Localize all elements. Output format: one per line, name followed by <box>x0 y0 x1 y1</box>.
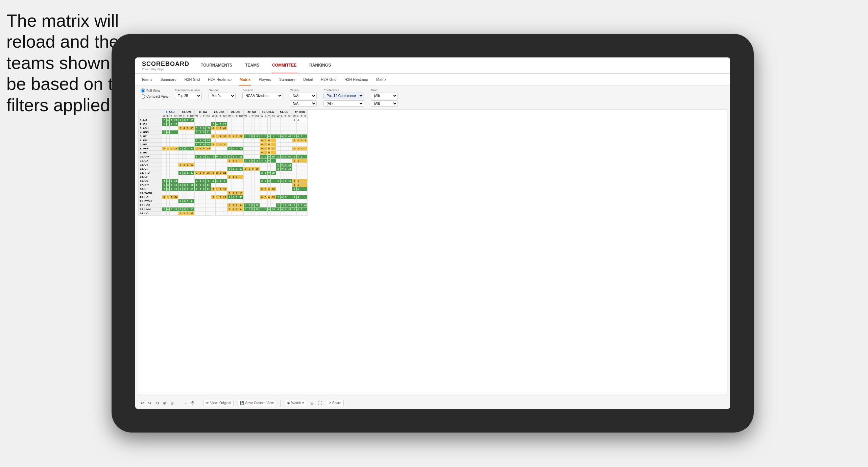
matrix-cell: 0 <box>227 203 232 207</box>
matrix-cell: 0 <box>235 159 238 163</box>
content-area: Full View Compact View Max teams in view… <box>135 86 730 397</box>
matrix-cell: 35 <box>222 134 227 139</box>
zoom-out-icon[interactable]: ⊖ <box>170 401 174 405</box>
matrix-cell <box>248 122 251 126</box>
matrix-cell <box>251 126 255 130</box>
subnav-teams[interactable]: Teams <box>141 74 153 85</box>
matrix-cell: 10 <box>189 118 195 122</box>
matrix-cell <box>183 155 186 159</box>
matrix-cell <box>303 147 308 151</box>
matrix-container[interactable]: 3. ASU 10. UW 11. UA 22. UCB 24. UO 27. … <box>138 109 727 394</box>
matrix-cell <box>238 130 244 134</box>
matrix-cell: 0 <box>166 130 170 134</box>
matrix-cell: 1 <box>292 118 297 122</box>
matrix-cell <box>215 207 219 212</box>
conference-select2[interactable]: (All) <box>323 100 364 107</box>
fullscreen-icon[interactable]: ⛶ <box>318 401 322 405</box>
subnav-h2h-heatmap2[interactable]: H2H Heatmap <box>344 74 369 85</box>
matrix-cell: 0 <box>211 195 216 199</box>
tablet: SCOREBOARD Powered by clippd TOURNAMENTS… <box>112 34 754 433</box>
matrix-cell: 4 <box>227 155 232 159</box>
table-row: 18. U200111001010011010110101310 <box>139 187 308 191</box>
matrix-cell <box>227 151 232 155</box>
matrix-cell <box>199 134 202 139</box>
matrix-cell <box>162 175 167 179</box>
zoom-minus-icon[interactable]: − <box>184 401 187 405</box>
zoom-plus-icon[interactable]: + <box>178 401 180 405</box>
matrix-cell: 0 <box>211 187 216 191</box>
matrix-cell <box>166 126 170 130</box>
gender-select[interactable]: Men's Women's <box>209 93 236 99</box>
nav-item-rankings[interactable]: RANKINGS <box>308 57 332 73</box>
nav-item-teams[interactable]: TEAMS <box>244 57 261 73</box>
grid-icon[interactable]: ⊞ <box>310 401 314 405</box>
matrix-cell: 2 <box>183 147 186 151</box>
view-original-button[interactable]: 👁 View: Original <box>203 400 234 406</box>
matrix-cell <box>235 139 238 143</box>
matrix-cell: 0 <box>284 134 287 139</box>
matrix-cell <box>202 118 206 122</box>
matrix-cell <box>186 130 189 134</box>
subnav-detail[interactable]: Detail <box>303 74 313 85</box>
region-select[interactable]: N/A East West <box>290 93 317 99</box>
matrix-cell: 30 <box>222 155 227 159</box>
matrix-cell <box>276 175 281 179</box>
matrix-cell: 2 <box>276 167 281 171</box>
matrix-cell: 1 <box>162 130 167 134</box>
matrix-cell: 1 <box>232 175 235 179</box>
matrix-cell <box>189 175 195 179</box>
conference-select[interactable]: Pac-12 Conference (All) Big Ten <box>323 93 364 99</box>
team-select2[interactable]: (All) <box>371 100 398 107</box>
matrix-cell <box>287 147 292 151</box>
matrix-cell <box>211 118 216 122</box>
matrix-cell: 13 <box>271 187 276 191</box>
division-select[interactable]: NCAA Division I NCAA Division II NCAA Di… <box>242 93 283 99</box>
matrix-cell <box>232 183 235 187</box>
nav-item-committee[interactable]: COMMITTEE <box>271 57 298 73</box>
subnav-h2h-heatmap1[interactable]: H2H Heatmap <box>207 74 232 85</box>
matrix-cell: 2 <box>183 212 186 216</box>
subnav-players[interactable]: Players <box>258 74 272 85</box>
max-teams-select[interactable]: Top 25 Top 10 All <box>175 93 202 99</box>
matrix-cell <box>276 126 281 130</box>
subnav-h2h-grid2[interactable]: H2H Grid <box>320 74 337 85</box>
subnav-matrix1[interactable]: Matrix <box>239 74 251 85</box>
matrix-cell <box>271 139 276 143</box>
table-row: 6. FSU140250100102 <box>139 139 308 143</box>
redo-icon[interactable]: ↪ <box>148 401 151 405</box>
subnav-summary1[interactable]: Summary <box>160 74 177 85</box>
matrix-cell: 0 <box>244 167 248 171</box>
subnav-matrix2[interactable]: Matrix <box>376 74 387 85</box>
matrix-cell: 1 <box>195 183 199 187</box>
matrix-cell: 0 <box>238 203 244 207</box>
matrix-cell <box>264 191 267 195</box>
nav-item-tournaments[interactable]: TOURNAMENTS <box>199 57 234 73</box>
matrix-cell: 0 <box>222 143 227 147</box>
compact-view-radio[interactable]: Compact View <box>141 94 168 99</box>
matrix-cell: 0 <box>227 207 232 212</box>
zoom-fit-icon[interactable]: ⊕ <box>163 401 166 405</box>
refresh-icon[interactable]: ⟲ <box>155 401 159 405</box>
team-select[interactable]: (All) <box>371 93 398 99</box>
matrix-cell <box>219 175 222 179</box>
matrix-cell: 5 <box>255 159 260 163</box>
watch-button[interactable]: ◉ Watch ▾ <box>285 400 306 406</box>
matrix-cell <box>276 199 281 203</box>
row-label: 23. UNM <box>139 207 162 212</box>
timer-icon[interactable]: ⏱ <box>191 401 195 405</box>
matrix-cell <box>255 212 260 216</box>
region-select2[interactable]: N/A <box>290 100 317 107</box>
matrix-cell <box>255 175 260 179</box>
subnav-h2h-grid1[interactable]: H2H Grid <box>184 74 200 85</box>
matrix-cell <box>199 151 202 155</box>
matrix-cell: 14 <box>206 143 211 147</box>
subnav-summary2[interactable]: Summary <box>279 74 296 85</box>
undo-icon[interactable]: ↩ <box>141 401 144 405</box>
matrix-cell: 18 <box>271 207 276 212</box>
matrix-cell <box>166 199 170 203</box>
share-button[interactable]: ↗ Share <box>326 400 344 406</box>
full-view-radio[interactable]: Full View <box>141 89 168 93</box>
matrix-cell <box>260 191 264 195</box>
save-custom-view-button[interactable]: 💾 Save Custom View <box>238 400 276 406</box>
matrix-cell: 2 <box>260 155 264 159</box>
